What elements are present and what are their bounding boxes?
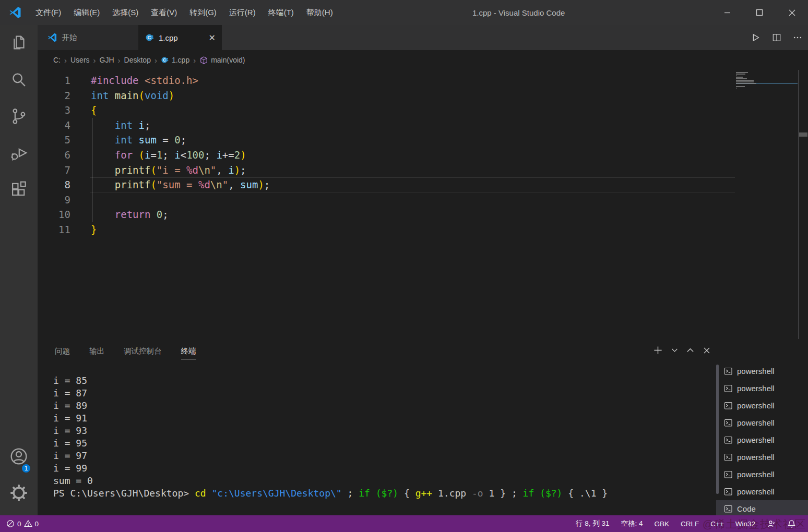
notifications-button[interactable] (781, 519, 802, 528)
panel-tab-item[interactable]: 问题 (55, 339, 70, 363)
breadcrumb-file[interactable]: 1.cpp (172, 56, 189, 64)
feedback-button[interactable] (761, 519, 781, 528)
token: sum (240, 179, 258, 190)
token: "c:\Users\GJH\Desktop\" (211, 488, 347, 499)
terminal-icon (724, 453, 733, 462)
sidebar-item-explorer[interactable] (0, 25, 38, 62)
editor-line[interactable]: 1#include <stdio.h> (38, 73, 735, 88)
panel-tab-item[interactable]: 输出 (89, 339, 104, 363)
close-panel-button[interactable] (703, 346, 711, 355)
svg-text:C: C (163, 57, 166, 63)
panel-tab-active[interactable]: 终端 (181, 339, 196, 363)
minimap-bar (736, 74, 745, 75)
editor-line[interactable]: 6 for (i=1; i<100; i+=2) (38, 148, 735, 163)
status-cursor-position[interactable]: 行 8, 列 31 (570, 519, 615, 528)
terminal-list-item[interactable]: powershell (716, 483, 808, 500)
terminal-output[interactable]: i = 85i = 87i = 89i = 91i = 93i = 95i = … (53, 374, 714, 515)
maximize-button[interactable] (743, 0, 776, 25)
sidebar-item-run-debug[interactable] (0, 135, 38, 171)
editor-line[interactable]: 8 printf("sum = %d\n", sum); (38, 177, 735, 192)
token: , (216, 164, 228, 176)
terminal-list-item[interactable]: powershell (716, 431, 808, 449)
symbol-method-icon (199, 56, 208, 65)
editor-line[interactable]: 3{ (38, 103, 735, 118)
menu-item[interactable]: 帮助(H) (300, 0, 339, 25)
tab-start[interactable]: 开始 (38, 25, 138, 50)
account-button[interactable]: 1 (0, 438, 38, 475)
breadcrumb-item[interactable]: Desktop (124, 56, 151, 64)
terminal-list-item[interactable]: powershell (716, 414, 808, 431)
chevron-right-icon: › (118, 56, 121, 65)
tab-1cpp[interactable]: C 1.cpp ✕ (138, 25, 222, 50)
terminal-list-item[interactable]: powershell (716, 466, 808, 483)
line-number: 8 (38, 177, 70, 192)
scrollbar-thumb[interactable] (799, 132, 807, 137)
files-icon (9, 33, 29, 53)
status-encoding[interactable]: GBK (648, 520, 675, 528)
editor-line[interactable]: 5 int sum = 0; (38, 132, 735, 148)
editor-line[interactable]: 10 return 0; (38, 207, 735, 222)
terminal-list-item[interactable]: powershell (716, 449, 808, 466)
terminal-list-item[interactable]: powershell (716, 397, 808, 414)
terminal-list-item[interactable]: Code (716, 500, 808, 515)
panel-tab-item[interactable]: 调试控制台 (124, 339, 162, 363)
window-controls (711, 0, 808, 25)
settings-button[interactable] (0, 475, 38, 511)
status-language-mode[interactable]: C++ (705, 520, 730, 528)
menu-item[interactable]: 转到(G) (183, 0, 223, 25)
breadcrumb-item[interactable]: C: (53, 56, 61, 64)
terminal-line: i = 97 (53, 450, 714, 462)
menu-item[interactable]: 查看(V) (145, 0, 183, 25)
editor-line[interactable]: 7 printf("i = %d\n", i); (38, 163, 735, 178)
editor-line[interactable]: 11} (38, 222, 735, 237)
breadcrumb-symbol[interactable]: main(void) (211, 56, 245, 64)
status-indentation[interactable]: 空格: 4 (615, 519, 648, 528)
editor-actions (750, 25, 803, 50)
menu-item[interactable]: 编辑(E) (67, 0, 106, 25)
sidebar-item-source-control[interactable] (0, 98, 38, 135)
editor-line[interactable]: 2int main(void) (38, 88, 735, 103)
terminal-icon (724, 488, 733, 496)
terminal-list-item[interactable]: powershell (716, 380, 808, 397)
svg-text:C: C (148, 34, 151, 40)
sidebar-item-search[interactable] (0, 62, 38, 98)
minimize-button[interactable] (711, 0, 743, 25)
breadcrumb-item[interactable]: GJH (100, 56, 114, 64)
panel-toolbar (653, 345, 711, 355)
new-terminal-button[interactable] (653, 345, 663, 355)
sidebar-item-extensions[interactable] (0, 171, 38, 208)
menu-item[interactable]: 运行(R) (223, 0, 262, 25)
plus-icon (653, 345, 663, 355)
editor-scrollbar[interactable] (798, 70, 808, 339)
editor-line[interactable]: 4 int i; (38, 118, 735, 133)
menu-item[interactable]: 终端(T) (262, 0, 300, 25)
person-icon (767, 519, 776, 528)
status-platform[interactable]: Win32 (730, 520, 761, 528)
activity-bar: 1 (0, 25, 38, 515)
token: if (523, 488, 540, 499)
menu-item[interactable]: 文件(F) (29, 0, 67, 25)
maximize-panel-button[interactable] (686, 346, 694, 354)
close-window-button[interactable] (776, 0, 808, 25)
more-actions-button[interactable] (792, 32, 803, 43)
token: ; (162, 149, 174, 161)
editor-line[interactable]: 9 (38, 192, 735, 208)
token: < (181, 149, 186, 161)
code-editor[interactable]: 1#include <stdio.h>2int main(void)3{4 in… (38, 70, 808, 339)
breadcrumb: C:› Users› GJH› Desktop› C 1.cpp› main(v… (38, 50, 808, 70)
run-button[interactable] (750, 32, 761, 43)
token: ; (162, 209, 168, 220)
terminal-list-item[interactable]: powershell (716, 362, 808, 380)
panel-sash[interactable] (716, 365, 719, 494)
chevron-up-icon (686, 346, 694, 354)
terminal-dropdown-button[interactable] (671, 347, 678, 354)
token: 0 (157, 209, 162, 220)
minimap[interactable] (736, 72, 798, 89)
tab-close-button[interactable]: ✕ (209, 33, 216, 43)
problems-status[interactable]: 0 0 (6, 519, 39, 528)
split-editor-button[interactable] (771, 32, 782, 43)
menu-item[interactable]: 选择(S) (106, 0, 145, 25)
terminal-line: i = 91 (53, 412, 714, 425)
breadcrumb-item[interactable]: Users (70, 56, 90, 64)
status-eol[interactable]: CRLF (675, 520, 705, 528)
